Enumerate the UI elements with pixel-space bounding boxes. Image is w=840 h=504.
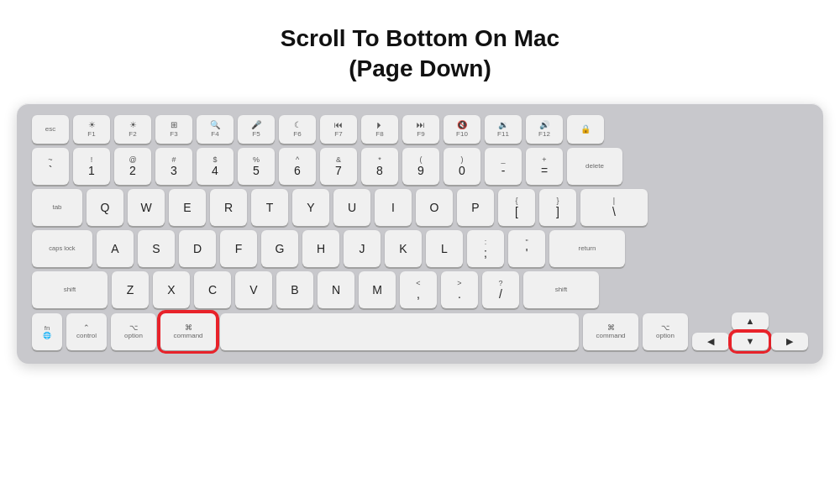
key-lock[interactable]: 🔒 <box>567 115 604 144</box>
key-fn[interactable]: fn 🌐 <box>32 313 62 350</box>
key-f4[interactable]: 🔍 F4 <box>197 115 234 144</box>
key-5[interactable]: % 5 <box>238 148 275 185</box>
key-f6[interactable]: ☾ F6 <box>279 115 316 144</box>
key-q[interactable]: Q <box>87 189 123 226</box>
key-control[interactable]: ⌃ control <box>66 313 107 350</box>
key-y[interactable]: Y <box>292 189 329 226</box>
key-f2[interactable]: ☀ F2 <box>114 115 151 144</box>
key-comma[interactable]: < , <box>400 271 437 308</box>
key-0[interactable]: ) 0 <box>444 148 480 185</box>
key-p[interactable]: P <box>457 189 494 226</box>
key-period[interactable]: > . <box>441 271 478 308</box>
key-backslash[interactable]: | \ <box>580 189 648 226</box>
key-9[interactable]: ( 9 <box>402 148 439 185</box>
key-i[interactable]: I <box>375 189 412 226</box>
key-v[interactable]: V <box>235 271 272 308</box>
key-arrow-up[interactable]: ▲ <box>732 312 769 330</box>
key-right-command[interactable]: ⌘ command <box>583 313 638 350</box>
key-u[interactable]: U <box>333 189 370 226</box>
bottom-row: fn 🌐 ⌃ control ⌥ option ⌘ command ⌘ comm… <box>32 312 808 350</box>
key-s[interactable]: S <box>138 230 175 267</box>
key-t[interactable]: T <box>251 189 288 226</box>
key-equals[interactable]: + = <box>526 148 563 185</box>
key-f[interactable]: F <box>220 230 257 267</box>
key-arrow-right[interactable]: ▶ <box>771 333 808 350</box>
key-b[interactable]: B <box>276 271 313 308</box>
key-tab[interactable]: tab <box>32 189 82 226</box>
key-left-command[interactable]: ⌘ command <box>160 313 216 350</box>
key-arrow-left[interactable]: ◀ <box>692 333 729 350</box>
keyboard: esc ☀ F1 ☀ F2 ⊞ F3 🔍 F4 🎤 F5 ☾ F6 ⏮ F7 <box>17 103 823 364</box>
key-arrow-down[interactable]: ▼ <box>732 333 769 350</box>
qwerty-row: tab Q W E R T Y U I O P { [ } ] | \ <box>32 189 808 226</box>
key-x[interactable]: X <box>153 271 190 308</box>
key-f12[interactable]: 🔊 F12 <box>526 115 563 144</box>
key-3[interactable]: # 3 <box>155 148 192 185</box>
key-m[interactable]: M <box>359 271 396 308</box>
key-backtick[interactable]: ~ ` <box>32 148 69 185</box>
key-z[interactable]: Z <box>112 271 149 308</box>
key-h[interactable]: H <box>302 230 339 267</box>
key-j[interactable]: J <box>344 230 381 267</box>
key-4[interactable]: $ 4 <box>197 148 234 185</box>
key-e[interactable]: E <box>169 189 206 226</box>
key-1[interactable]: ! 1 <box>73 148 110 185</box>
key-f1[interactable]: ☀ F1 <box>73 115 110 144</box>
key-w[interactable]: W <box>128 189 165 226</box>
key-return[interactable]: return <box>549 230 625 267</box>
key-f8[interactable]: ⏵ F8 <box>361 115 398 144</box>
key-minus[interactable]: _ - <box>485 148 522 185</box>
key-f10[interactable]: 🔇 F10 <box>444 115 480 144</box>
key-rshift[interactable]: shift <box>523 271 599 308</box>
key-o[interactable]: O <box>416 189 453 226</box>
key-esc[interactable]: esc <box>32 115 69 144</box>
key-r[interactable]: R <box>210 189 247 226</box>
key-a[interactable]: A <box>97 230 134 267</box>
key-lbracket[interactable]: { [ <box>498 189 535 226</box>
key-quote[interactable]: " ' <box>508 230 545 267</box>
key-f11[interactable]: 🔉 F11 <box>485 115 522 144</box>
arrow-cluster: ▲ ◀ ▼ ▶ <box>692 312 808 350</box>
key-c[interactable]: C <box>194 271 231 308</box>
key-l[interactable]: L <box>426 230 463 267</box>
key-f3[interactable]: ⊞ F3 <box>155 115 192 144</box>
key-f7[interactable]: ⏮ F7 <box>320 115 357 144</box>
key-7[interactable]: & 7 <box>320 148 357 185</box>
page-title: Scroll To Bottom On Mac (Page Down) <box>281 24 559 85</box>
home-row: caps lock A S D F G H J K L : ; " ' retu… <box>32 230 808 267</box>
key-g[interactable]: G <box>261 230 298 267</box>
key-rbracket[interactable]: } ] <box>539 189 576 226</box>
key-lshift[interactable]: shift <box>32 271 108 308</box>
key-f9[interactable]: ⏭ F9 <box>402 115 439 144</box>
key-space[interactable] <box>220 313 579 350</box>
key-right-option[interactable]: ⌥ option <box>643 313 688 350</box>
key-slash[interactable]: ? / <box>482 271 519 308</box>
key-delete[interactable]: delete <box>567 148 622 185</box>
key-left-option[interactable]: ⌥ option <box>111 313 156 350</box>
key-d[interactable]: D <box>179 230 216 267</box>
key-n[interactable]: N <box>318 271 354 308</box>
key-capslock[interactable]: caps lock <box>32 230 92 267</box>
key-k[interactable]: K <box>385 230 422 267</box>
key-2[interactable]: @ 2 <box>114 148 151 185</box>
key-8[interactable]: * 8 <box>361 148 398 185</box>
number-row: ~ ` ! 1 @ 2 # 3 $ 4 % 5 ^ 6 & 7 <box>32 148 808 185</box>
fn-row: esc ☀ F1 ☀ F2 ⊞ F3 🔍 F4 🎤 F5 ☾ F6 ⏮ F7 <box>32 115 808 144</box>
key-semicolon[interactable]: : ; <box>467 230 504 267</box>
zxcv-row: shift Z X C V B N M < , > . ? / shift <box>32 271 808 308</box>
key-6[interactable]: ^ 6 <box>279 148 316 185</box>
key-f5[interactable]: 🎤 F5 <box>238 115 275 144</box>
